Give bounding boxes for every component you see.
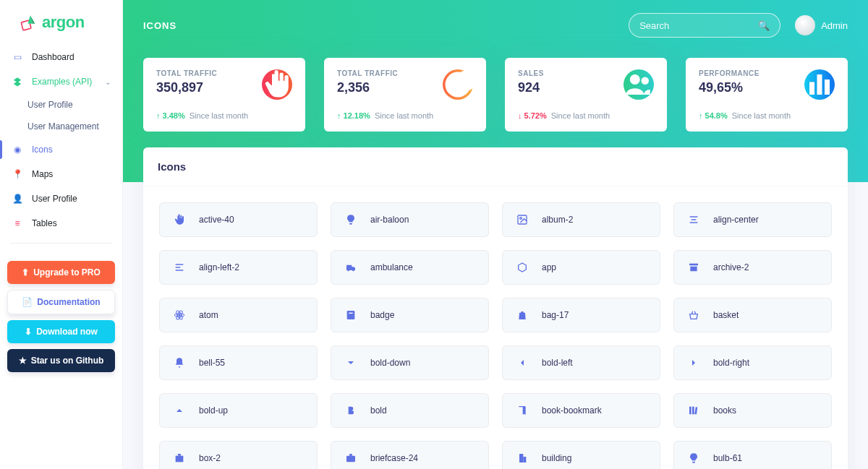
- icon-card-bold[interactable]: bold: [331, 393, 489, 428]
- bulb-61-icon: [687, 452, 700, 465]
- bold-down-icon: [344, 356, 357, 369]
- dashboard-icon: ▭: [12, 51, 23, 63]
- upgrade-label: Upgrade to PRO: [33, 267, 101, 277]
- atom-icon: [173, 309, 186, 322]
- search-icon: 🔍: [758, 20, 770, 31]
- chevron-down-icon: ⌄: [105, 78, 111, 86]
- nav-icons[interactable]: ◉Icons: [0, 137, 122, 162]
- download-button[interactable]: ⬇Download now: [7, 320, 115, 343]
- nav-tables[interactable]: ≡Tables: [0, 211, 122, 236]
- icon-card-bell-55[interactable]: bell-55: [159, 345, 318, 380]
- archive-2-icon: [687, 261, 700, 274]
- icon-card-album-2[interactable]: album-2: [502, 202, 660, 237]
- stat-icon: [624, 69, 654, 100]
- stat-delta: ↓ 5.72%: [518, 111, 547, 120]
- svg-rect-3: [809, 82, 814, 95]
- stat-since: Since last month: [732, 111, 791, 120]
- icon-card-books[interactable]: books: [673, 393, 832, 428]
- icon-card-basket[interactable]: basket: [673, 298, 832, 332]
- nav-list: ▭Dashboard Examples (API)⌄ User Profile …: [0, 45, 122, 258]
- nav-dashboard[interactable]: ▭Dashboard: [0, 45, 122, 69]
- svg-point-2: [642, 77, 650, 85]
- logo[interactable]: argon: [0, 0, 122, 45]
- icon-card-bold-down[interactable]: bold-down: [331, 345, 489, 380]
- bold-icon: [344, 404, 357, 417]
- books-icon: [687, 404, 700, 417]
- icon-card-bold-up[interactable]: bold-up: [159, 393, 318, 428]
- icon-label: align-center: [713, 215, 759, 225]
- user-icon: 👤: [12, 193, 23, 205]
- nav-user-profile2-label: User Profile: [32, 194, 77, 204]
- icon-card-bag-17[interactable]: bag-17: [502, 298, 660, 332]
- stat-icon: [262, 69, 292, 100]
- icon-card-align-left-2[interactable]: align-left-2: [159, 250, 318, 285]
- icon-card-briefcase-24[interactable]: briefcase-24: [331, 441, 489, 469]
- stat-since: Since last month: [190, 111, 248, 120]
- icon-card-building[interactable]: building: [502, 441, 660, 469]
- stat-value: 924: [518, 80, 624, 95]
- stat-value: 350,897: [156, 80, 262, 95]
- nav-tables-label: Tables: [32, 218, 57, 228]
- star-label: Star us on Github: [31, 356, 104, 366]
- nav-user-profile[interactable]: User Profile: [27, 94, 122, 116]
- upgrade-button[interactable]: ⬆Upgrade to PRO: [7, 261, 115, 284]
- bold-up-icon: [173, 404, 186, 417]
- building-icon: [516, 452, 529, 465]
- svg-point-9: [179, 314, 181, 317]
- bag-17-icon: [516, 309, 529, 322]
- icon-card-badge[interactable]: badge: [331, 298, 489, 332]
- svg-rect-14: [349, 313, 352, 314]
- search-field[interactable]: 🔍: [629, 13, 780, 38]
- nav-examples[interactable]: Examples (API)⌄: [0, 69, 122, 94]
- icon-card-box-2[interactable]: box-2: [159, 441, 318, 469]
- avatar: [795, 15, 815, 35]
- icon-label: building: [542, 453, 571, 463]
- icons-panel: Icons active-40 air-baloon album-2 align…: [143, 147, 848, 469]
- stat-title: TOTAL TRAFFIC: [337, 69, 443, 77]
- main: ICONS 🔍 Admin TOTAL TRAFFIC 350,897 ↑ 3.…: [123, 0, 868, 469]
- bell-55-icon: [173, 356, 186, 369]
- nav-maps-label: Maps: [32, 169, 53, 179]
- icon-card-bold-left[interactable]: bold-left: [502, 345, 660, 380]
- search-input[interactable]: [639, 20, 754, 31]
- nav-dashboard-label: Dashboard: [32, 52, 75, 62]
- nav-user-management[interactable]: User Management: [27, 116, 122, 137]
- page-title: ICONS: [143, 20, 176, 31]
- svg-rect-21: [519, 454, 523, 462]
- svg-rect-17: [694, 407, 697, 414]
- icon-card-active-40[interactable]: active-40: [159, 202, 318, 237]
- align-center-icon: [687, 213, 700, 226]
- book-bookmark-icon: [516, 404, 529, 417]
- docs-button[interactable]: 📄Documentation: [7, 290, 115, 314]
- user-menu[interactable]: Admin: [795, 15, 848, 35]
- icon-card-air-baloon[interactable]: air-baloon: [331, 202, 489, 237]
- icon-label: atom: [199, 310, 218, 320]
- icon-card-ambulance[interactable]: ambulance: [331, 250, 489, 285]
- icon-label: bold-right: [713, 358, 749, 368]
- icon-card-atom[interactable]: atom: [159, 298, 318, 332]
- nav-user-profile2[interactable]: 👤User Profile: [0, 186, 122, 211]
- download-label: Download now: [36, 327, 98, 337]
- icon-card-book-bookmark[interactable]: book-bookmark: [502, 393, 660, 428]
- stat-title: PERFORMANCE: [699, 69, 804, 77]
- stat-delta: ↑ 12.18%: [337, 111, 370, 120]
- sidebar: argon ▭Dashboard Examples (API)⌄ User Pr…: [0, 0, 123, 469]
- basket-icon: [687, 309, 700, 322]
- examples-icon: [12, 76, 23, 87]
- nav-icons-label: Icons: [32, 145, 53, 155]
- nav-maps[interactable]: 📍Maps: [0, 162, 122, 186]
- air-baloon-icon: [344, 213, 357, 226]
- icon-label: books: [713, 405, 736, 416]
- icon-card-app[interactable]: app: [502, 250, 660, 285]
- icon-card-bold-right[interactable]: bold-right: [673, 345, 832, 380]
- stat-card-1: TOTAL TRAFFIC 2,356 ↑ 12.18% Since last …: [324, 58, 486, 132]
- icon-label: align-left-2: [199, 262, 239, 272]
- icon-label: active-40: [199, 215, 234, 225]
- icon-card-align-center[interactable]: align-center: [673, 202, 832, 237]
- active-40-icon: [173, 213, 186, 226]
- stat-card-3: PERFORMANCE 49,65% ↑ 54.8% Since last mo…: [686, 58, 848, 132]
- icon-card-bulb-61[interactable]: bulb-61: [673, 441, 832, 469]
- icon-card-archive-2[interactable]: archive-2: [673, 250, 832, 285]
- svg-rect-19: [178, 454, 181, 456]
- star-button[interactable]: ★Star us on Github: [7, 349, 115, 372]
